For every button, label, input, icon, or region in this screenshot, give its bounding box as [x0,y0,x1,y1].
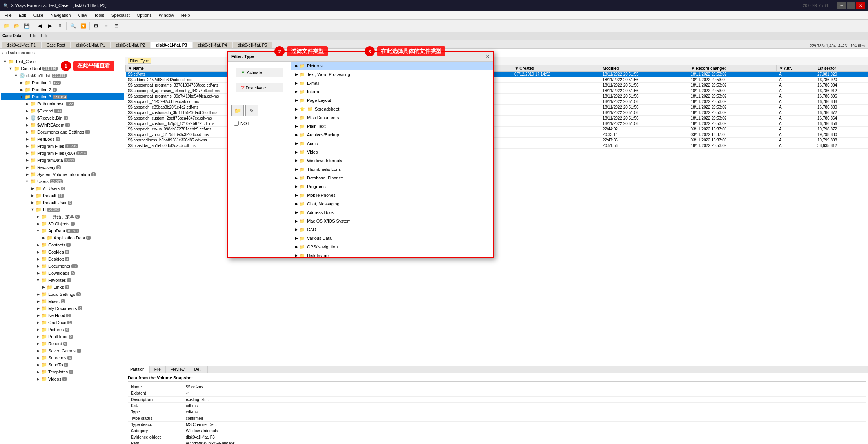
tree-documents[interactable]: ▶ 📁 Documents 67 [1,263,124,270]
filter-item-mobile[interactable]: ▶ 📁 Mobile Phones [291,191,493,199]
tree-cookies[interactable]: ▶ 📁 Cookies 0 [1,248,124,256]
tree-recent[interactable]: ▶ 📁 Recent 0 [1,340,124,347]
tree-toggle-my-docs[interactable]: ▶ [35,306,41,311]
tree-my-documents[interactable]: ▶ 📁 My Documents 0 [1,305,124,312]
filter-item-misc-docs[interactable]: ▶ 📁 Misc Documents [291,113,493,122]
case-edit-menu[interactable]: Edit [38,33,50,38]
tree-printhood[interactable]: ▶ 📁 PrintHood 0 [1,333,124,340]
tree-toggle-links[interactable]: ▶ [41,285,46,290]
filter-item-address-book[interactable]: ▶ 📁 Address Book [291,208,493,217]
minimize-button[interactable]: ─ [837,2,846,9]
menu-window[interactable]: Window [156,12,177,18]
filter-item-gps[interactable]: ▶ 📁 GPS/Navigation [291,243,493,251]
tree-toggle-docs-settings[interactable]: ▶ [24,129,30,135]
tab-p2[interactable]: disk0-c1l-flat, P2 [111,42,150,48]
col-created[interactable]: ▼ Created [512,65,600,72]
filter-item-plain-text[interactable]: ▶ 📁 Plain Text [291,122,493,130]
filter-item-programs[interactable]: ▶ 📁 Programs [291,182,493,191]
col-modified[interactable]: Modified [600,65,688,72]
tree-toggle-p1[interactable]: ▶ [19,80,24,85]
toolbar-view2[interactable]: ≡ [102,21,111,31]
tree-toggle-appdata2[interactable]: ▶ [41,235,46,241]
toggle-gps[interactable]: ▶ [294,245,299,249]
toolbar-view1[interactable]: ⊞ [91,21,101,31]
tree-perflogs[interactable]: ▶ 📁 PerfLogs 0 [1,136,124,143]
tree-appdata[interactable]: ▼ 📁 AppData 10,201 [1,227,124,234]
col-record-changed[interactable]: ▼ Record changed [688,65,777,72]
tree-music[interactable]: ▶ 📁 Music 1 [1,298,124,305]
filter-item-macos[interactable]: ▶ 📁 Mac OS X/iOS System [291,217,493,225]
tree-toggle-start-menu[interactable]: ▶ [35,214,41,219]
deactivate-button[interactable]: ▽ Deactivate [236,83,283,92]
tree-saved-games[interactable]: ▶ 📁 Saved Games 1 [1,347,124,354]
tree-toggle-printhood[interactable]: ▶ [35,334,41,339]
tree-toggle-sysvolinfo[interactable]: ▶ [24,172,30,177]
toolbar-new[interactable]: 📁 [2,21,11,31]
tree-toggle-path-unknown[interactable]: ▶ [24,101,30,107]
tree-path-unknown[interactable]: ▶ 📁 Path unknown 122 [1,100,124,107]
tree-toggle-appdata[interactable]: ▼ [35,228,41,234]
tree-toggle-case-root[interactable]: ▼ [8,66,13,71]
tree-toggle-default-user[interactable]: ▶ [30,200,35,205]
toolbar-view3[interactable]: ⊟ [112,21,121,31]
toggle-cad[interactable]: ▶ [294,228,299,232]
tree-docs-and-settings[interactable]: ▶ 📁 Documents and Settings 0 [1,129,124,136]
toolbar-search[interactable]: 🔍 [68,21,78,31]
toolbar-open[interactable]: 📂 [12,21,21,31]
tree-winreagent[interactable]: ▶ 📁 $WinREAgent 0 [1,121,124,129]
filter-item-email[interactable]: ▶ 📁 E-mail [291,79,493,87]
tree-toggle-contacts[interactable]: ▶ [35,242,41,248]
filter-item-internet[interactable]: ▶ 📁 Internet [291,87,493,96]
filter-category-list[interactable]: ▶ 📁 Pictures ▶ 📁 Text, Word Processing ▶… [291,62,493,257]
tree-toggle-recycle[interactable]: ▶ [24,115,30,121]
filter-item-various[interactable]: ▶ 📁 Various Data [291,234,493,243]
tree-extend[interactable]: ▶ 📁 $Extend 544 [1,107,124,114]
toggle-chat[interactable]: ▶ [294,202,299,206]
activate-button[interactable]: ▼ Activate [236,68,283,77]
toggle-text-word[interactable]: ▶ [294,72,299,76]
tree-toggle-p2[interactable]: ▶ [19,87,24,92]
tab-p5[interactable]: disk0-c1l-flat, P5 [233,42,272,48]
tree-toggle-cookies[interactable]: ▶ [35,249,41,255]
toggle-video[interactable]: ▶ [294,150,299,154]
tree-3d-objects[interactable]: ▶ 📁 3D Objects 1 [1,220,124,227]
col-sector[interactable]: 1st sector [815,65,868,72]
tree-links[interactable]: ▶ 📁 Links 3 [1,284,124,291]
tree-desktop[interactable]: ▶ 📁 Desktop 4 [1,256,124,263]
tree-pictures[interactable]: ▶ 📁 Pictures 0 [1,326,124,333]
tree-recovery[interactable]: ▶ 📁 Recovery 0 [1,164,124,171]
tree-nethood[interactable]: ▶ 📁 NetHood 0 [1,312,124,319]
tree-toggle-videos[interactable]: ▶ [35,376,41,382]
filter-item-video[interactable]: ▶ 📁 Video [291,148,493,156]
tree-toggle-searches[interactable]: ▶ [35,355,41,361]
tree-toggle-templates[interactable]: ▶ [35,369,41,375]
filter-item-cad[interactable]: ▶ 📁 CAD [291,225,493,234]
tree-contacts[interactable]: ▶ 📁 Contacts 1 [1,241,124,248]
not-checkbox[interactable] [234,121,239,126]
tree-onedrive[interactable]: ▶ 📁 OneDrive 1 [1,319,124,326]
tree-toggle-3dobjects[interactable]: ▶ [35,221,41,227]
toggle-internet[interactable]: ▶ [294,90,299,94]
toggle-plain-text[interactable]: ▶ [294,124,299,128]
tree-toggle-onedrive[interactable]: ▶ [35,320,41,325]
filter-item-thumbnails[interactable]: ▶ 📁 Thumbnails/Icons [291,165,493,174]
toggle-email[interactable]: ▶ [294,81,299,85]
tree-downloads[interactable]: ▶ 📁 Downloads 5 [1,270,124,277]
tree-start-menu[interactable]: ▶ 📁 「开始」菜单 0 [1,213,124,220]
tree-toggle-local-settings[interactable]: ▶ [35,292,41,297]
close-button[interactable]: ✕ [856,2,865,9]
toggle-database[interactable]: ▶ [294,176,299,180]
tree-toggle-favorites[interactable]: ▼ [35,277,41,283]
tree-favorites[interactable]: ▼ 📁 Favorites 3 [1,277,124,284]
filter-item-text-word[interactable]: ▶ 📁 Text, Word Processing [291,70,493,79]
tree-sysvolinfo[interactable]: ▶ 📁 System Volume Information 4 [1,171,124,178]
toggle-spreadsheet[interactable]: ▶ [294,107,299,111]
menu-navigation[interactable]: Navigation [47,12,74,18]
toggle-address-book[interactable]: ▶ [294,210,299,214]
toggle-disk-image[interactable]: ▶ [294,254,299,257]
tree-toggle-root[interactable]: ▼ [2,59,8,64]
tree-toggle-p3[interactable]: ▼ [19,94,24,100]
filter-close-button[interactable]: ✕ [485,53,490,60]
filter-item-chat[interactable]: ▶ 📁 Chat, Messaging [291,199,493,208]
maximize-button[interactable]: □ [847,2,855,9]
